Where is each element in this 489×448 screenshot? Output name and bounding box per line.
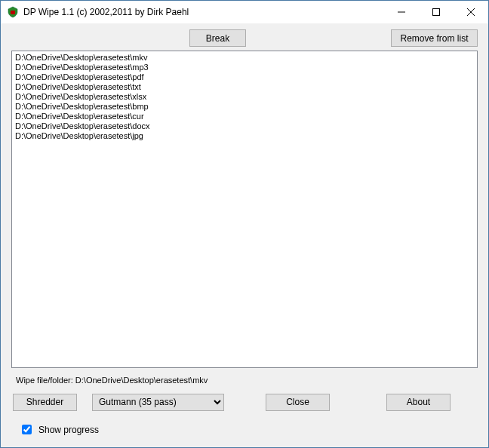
client-area: Break Remove from list D:\OneDrive\Deskt…	[1, 23, 488, 447]
list-item[interactable]: D:\OneDrive\Desktop\erasetest\mp3	[15, 63, 474, 72]
list-item[interactable]: D:\OneDrive\Desktop\erasetest\cur	[15, 112, 474, 121]
list-item[interactable]: D:\OneDrive\Desktop\erasetest\mkv	[15, 53, 474, 63]
app-window: DP Wipe 1.1 (c) 2002,2011 by Dirk Paehl …	[0, 0, 489, 448]
show-progress-label[interactable]: Show progress	[38, 425, 99, 435]
top-button-row: Break Remove from list	[11, 29, 478, 49]
list-item[interactable]: D:\OneDrive\Desktop\erasetest\xlsx	[15, 92, 474, 102]
close-button[interactable]: Close	[266, 394, 330, 411]
show-progress-row: Show progress	[11, 422, 478, 437]
titlebar[interactable]: DP Wipe 1.1 (c) 2002,2011 by Dirk Paehl	[1, 1, 488, 23]
shredder-button[interactable]: Shredder	[13, 394, 77, 411]
list-item[interactable]: D:\OneDrive\Desktop\erasetest\bmp	[15, 102, 474, 112]
window-title: DP Wipe 1.1 (c) 2002,2011 by Dirk Paehl	[23, 7, 384, 17]
minimize-button[interactable]	[384, 1, 419, 23]
list-item[interactable]: D:\OneDrive\Desktop\erasetest\txt	[15, 82, 474, 92]
file-listbox[interactable]: D:\OneDrive\Desktop\erasetest\mkvD:\OneD…	[11, 51, 478, 368]
list-item[interactable]: D:\OneDrive\Desktop\erasetest\jpg	[15, 131, 474, 141]
close-window-button[interactable]	[454, 1, 488, 23]
break-button[interactable]: Break	[189, 29, 246, 47]
wipe-method-select[interactable]: Gutmann (35 pass)	[92, 394, 224, 411]
show-progress-checkbox[interactable]	[22, 425, 32, 434]
app-icon	[7, 6, 19, 18]
about-button[interactable]: About	[386, 394, 451, 411]
method-select-wrap: Gutmann (35 pass)	[92, 394, 224, 411]
list-item[interactable]: D:\OneDrive\Desktop\erasetest\pdf	[15, 72, 474, 82]
maximize-button[interactable]	[419, 1, 454, 23]
status-label: Wipe file/folder: D:\OneDrive\Desktop\er…	[11, 373, 478, 392]
bottom-button-row: Shredder Gutmann (35 pass) Close About	[11, 392, 478, 412]
remove-from-list-button[interactable]: Remove from list	[391, 29, 478, 47]
svg-rect-0	[11, 11, 15, 14]
window-controls	[384, 1, 488, 23]
list-item[interactable]: D:\OneDrive\Desktop\erasetest\docx	[15, 121, 474, 131]
svg-rect-2	[433, 9, 440, 16]
